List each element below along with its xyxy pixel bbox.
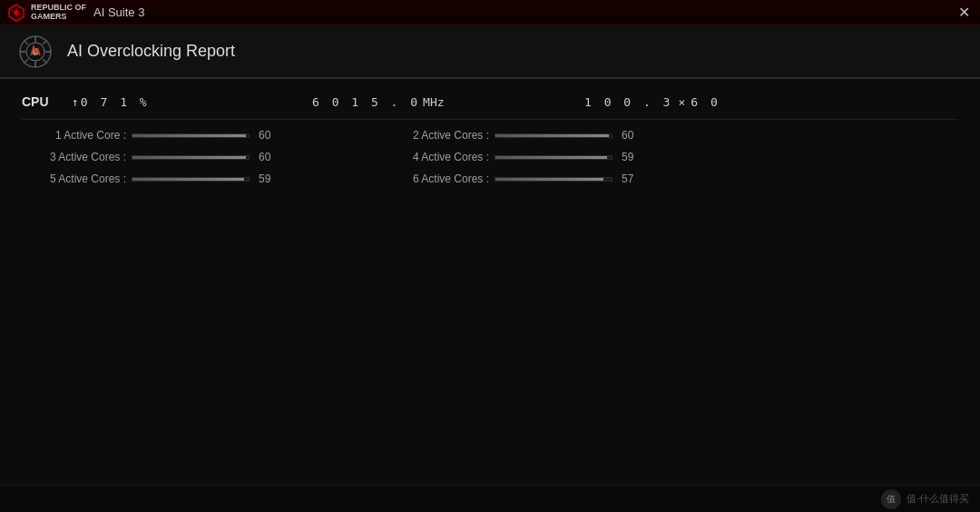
page-header: AI Overclocking Report (0, 25, 980, 78)
ai-overclocking-icon (18, 34, 53, 69)
svg-line-5 (19, 14, 22, 15)
app-title: AI Suite 3 (93, 5, 144, 19)
core-label: 5 Active Cores : (22, 172, 126, 185)
metrics-separator (22, 119, 958, 120)
close-button[interactable]: ✕ (955, 4, 973, 22)
svg-line-13 (24, 40, 28, 44)
cpu-load-metric: ↑ 0 7 1 % (72, 95, 312, 109)
progress-bar-container (495, 177, 612, 182)
svg-line-16 (24, 59, 28, 64)
progress-bar-container (132, 155, 250, 160)
core-value: 59 (622, 151, 633, 163)
watermark-area: 值 值·什么值得买 (881, 489, 969, 509)
progress-bar-container (132, 133, 250, 138)
rog-text: REPUBLIC OF GAMERS (31, 4, 86, 22)
core-row: 2 Active Cores :60 (385, 129, 748, 142)
progress-bar-fill (495, 178, 603, 181)
core-row: 5 Active Cores :59 (22, 172, 385, 185)
svg-line-15 (43, 40, 47, 44)
core-label: 1 Active Core : (22, 129, 126, 142)
rog-logo-group: REPUBLIC OF GAMERS (7, 4, 86, 22)
progress-bar-container (495, 133, 612, 138)
svg-line-4 (11, 10, 14, 12)
watermark-icon: 值 (881, 489, 901, 509)
core-row: 6 Active Cores :57 (385, 172, 748, 185)
core-value: 57 (622, 172, 633, 185)
progress-bar-container (132, 177, 250, 182)
core-label: 2 Active Cores : (385, 129, 489, 142)
core-label: 3 Active Cores : (22, 151, 126, 163)
watermark-text: 值·什么值得买 (906, 492, 969, 506)
core-label: 4 Active Cores : (385, 151, 489, 163)
cpu-bclk-metric: 1 0 0 . 3 × 6 0 (584, 95, 720, 109)
bottom-bar: 值 值·什么值得买 (0, 485, 980, 512)
cpu-label: CPU (22, 94, 72, 110)
core-value: 59 (259, 172, 270, 185)
progress-bar-fill (495, 134, 609, 137)
title-bar: REPUBLIC OF GAMERS AI Suite 3 ✕ (0, 0, 980, 25)
svg-line-14 (43, 59, 47, 64)
svg-point-1 (14, 10, 19, 15)
progress-bar-container (495, 155, 612, 160)
core-value: 60 (259, 129, 270, 142)
core-row: 3 Active Cores :60 (22, 151, 385, 163)
progress-bar-fill (132, 156, 246, 159)
progress-bar-fill (132, 178, 244, 181)
core-label: 6 Active Cores : (385, 172, 489, 185)
rog-emblem-icon (7, 4, 25, 22)
core-value: 60 (622, 129, 633, 142)
content-area: CPU ↑ 0 7 1 % 6 0 1 5 . 0 MHz 1 0 0 . 3 … (0, 79, 980, 486)
page-title: AI Overclocking Report (67, 42, 235, 61)
core-value: 60 (259, 151, 270, 163)
core-row: 1 Active Core :60 (22, 129, 385, 142)
cpu-freq-metric: 6 0 1 5 . 0 MHz (312, 95, 584, 109)
core-row: 4 Active Cores :59 (385, 151, 748, 163)
progress-bar-fill (132, 134, 246, 137)
progress-bar-fill (495, 156, 607, 159)
